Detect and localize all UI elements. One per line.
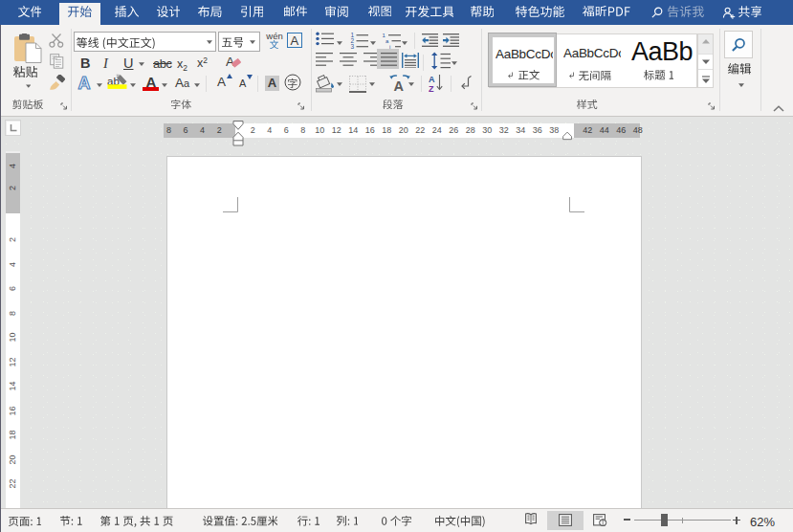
svg-text:i: i	[389, 44, 390, 49]
svg-text:A: A	[226, 55, 234, 69]
svg-text:A: A	[78, 74, 91, 92]
svg-text:Z: Z	[429, 84, 434, 93]
svg-text:A: A	[394, 78, 405, 93]
svg-text:3: 3	[351, 43, 355, 49]
svg-text:A: A	[429, 75, 435, 84]
